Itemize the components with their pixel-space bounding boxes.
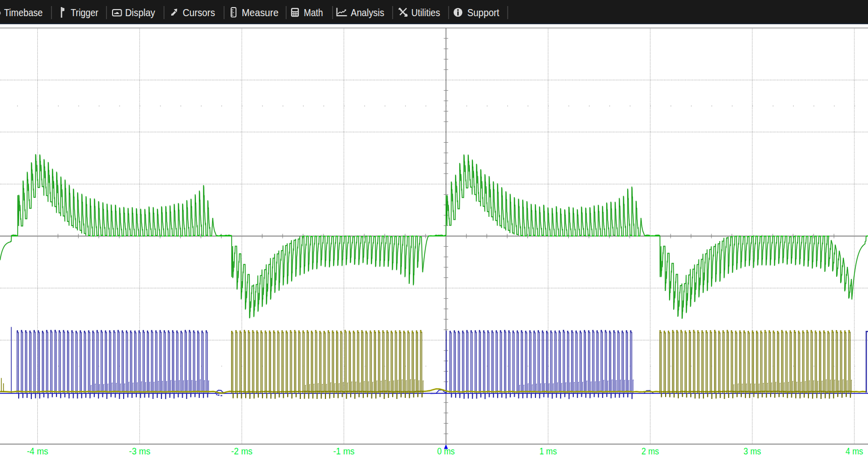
svg-text:4 ms: 4 ms	[846, 446, 863, 456]
svg-text:-1 ms: -1 ms	[333, 446, 354, 456]
svg-text:1 ms: 1 ms	[539, 446, 557, 456]
svg-text:-3 ms: -3 ms	[129, 446, 150, 456]
svg-text:2 ms: 2 ms	[641, 446, 659, 456]
svg-text:0 ms: 0 ms	[437, 446, 455, 456]
svg-text:-2 ms: -2 ms	[231, 446, 252, 456]
svg-text:-4 ms: -4 ms	[27, 446, 48, 456]
svg-text:3 ms: 3 ms	[743, 446, 761, 456]
